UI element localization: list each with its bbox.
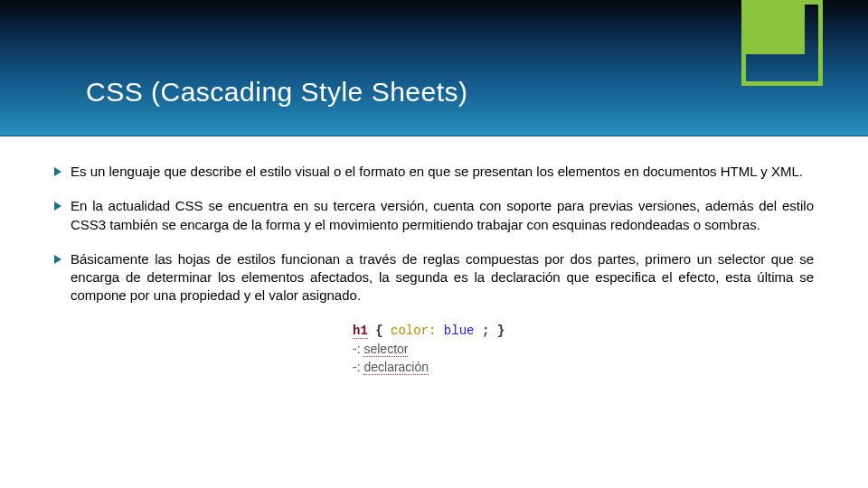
title-header-band: CSS (Cascading Style Sheets) bbox=[0, 0, 868, 136]
legend-declaration: -: declaración bbox=[353, 358, 515, 376]
decorative-green-frame bbox=[818, 0, 823, 86]
code-brace-open: { bbox=[375, 324, 382, 338]
list-item: Es un lenguaje que describe el estilo vi… bbox=[54, 163, 814, 181]
decorative-green-frame bbox=[741, 0, 746, 86]
bullet-list: Es un lenguaje que describe el estilo vi… bbox=[54, 163, 814, 305]
code-selector: h1 bbox=[353, 324, 368, 339]
decorative-green-frame bbox=[741, 0, 823, 5]
decorative-green-block bbox=[741, 0, 805, 54]
code-brace-close: } bbox=[497, 324, 505, 338]
decorative-green-frame bbox=[741, 81, 823, 86]
legend-prefix: -: bbox=[353, 360, 363, 374]
code-rule-line: h1 { color: blue ; } bbox=[353, 322, 515, 340]
page-title: CSS (Cascading Style Sheets) bbox=[86, 77, 468, 108]
list-item: Básicamente las hojas de estilos funcion… bbox=[54, 250, 814, 305]
code-property: color: bbox=[391, 324, 436, 338]
legend-prefix: -: bbox=[353, 342, 363, 356]
legend-word: selector bbox=[363, 342, 408, 357]
css-rule-example: h1 { color: blue ; } -: selector -: decl… bbox=[353, 322, 515, 377]
list-item: En la actualidad CSS se encuentra en su … bbox=[54, 197, 814, 234]
code-value: blue bbox=[444, 324, 475, 338]
legend-selector: -: selector bbox=[353, 340, 515, 358]
content-area: Es un lenguaje que describe el estilo vi… bbox=[0, 136, 868, 376]
legend-word: declaración bbox=[363, 360, 429, 375]
code-semicolon: ; bbox=[482, 324, 489, 338]
